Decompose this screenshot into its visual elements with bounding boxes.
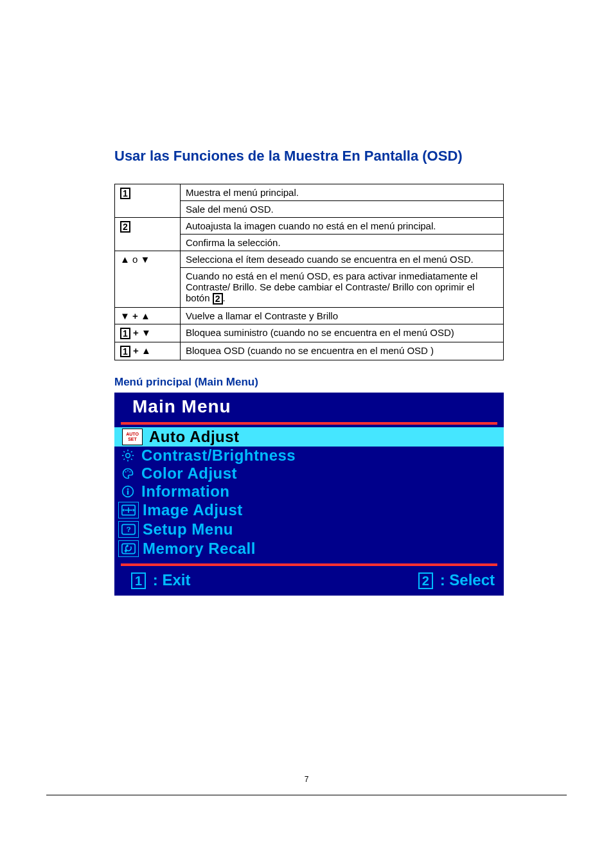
key-1-icon: 1 bbox=[131, 572, 146, 589]
osd-item-color[interactable]: Color Adjust bbox=[114, 465, 504, 483]
page-heading: Usar las Funciones de la Muestra En Pant… bbox=[114, 148, 504, 164]
svg-line-6 bbox=[131, 459, 132, 460]
osd-footer-left: 1 : Exit bbox=[131, 571, 190, 589]
svg-line-8 bbox=[131, 451, 132, 452]
osd-item-label: Image Adjust bbox=[141, 501, 243, 519]
svg-line-5 bbox=[123, 451, 125, 452]
key-cell: 2 bbox=[115, 218, 181, 251]
svg-point-10 bbox=[127, 470, 129, 472]
svg-point-0 bbox=[126, 454, 130, 458]
key-cell: 1 + ▼ bbox=[115, 324, 181, 342]
question-icon: ? bbox=[121, 523, 136, 536]
table-row: ▲ o ▼Selecciona el ítem deseado cuando s… bbox=[115, 251, 504, 268]
key-2-icon: 2 bbox=[213, 293, 223, 305]
osd-item-info[interactable]: Information bbox=[114, 483, 504, 500]
triangle-up-icon: ▲ bbox=[141, 310, 150, 321]
desc-cell: Vuelve a llamar el Contraste y Brillo bbox=[181, 308, 504, 324]
plus-sign: + bbox=[130, 327, 141, 338]
key-1-icon: 1 bbox=[120, 346, 130, 357]
footer-rule bbox=[46, 795, 567, 795]
desc-cell: Cuando no está en el menú OSD, es para a… bbox=[181, 268, 504, 308]
osd-divider-bottom bbox=[121, 563, 497, 566]
svg-rect-14 bbox=[127, 490, 129, 495]
plus-sign: + bbox=[132, 310, 141, 321]
osd-panel: Main Menu AUTOSETAuto AdjustContrast/Bri… bbox=[114, 393, 504, 596]
osd-item-image[interactable]: Image Adjust bbox=[114, 500, 504, 520]
palette-icon bbox=[121, 467, 135, 480]
osd-body: AUTOSETAuto AdjustContrast/BrightnessCol… bbox=[114, 427, 504, 561]
desc-cell: Sale del menú OSD. bbox=[181, 201, 504, 218]
key-cell: 1 + ▲ bbox=[115, 342, 181, 360]
desc-cell: Bloquea suministro (cuando no se encuent… bbox=[181, 324, 504, 342]
table-row: 1 + ▲Bloquea OSD (cuando no se encuentra… bbox=[115, 342, 504, 360]
brightness-icon bbox=[118, 448, 138, 463]
info-icon bbox=[118, 484, 138, 499]
key-2-icon: 2 bbox=[120, 221, 130, 233]
desc-cell: Selecciona el ítem deseado cuando se enc… bbox=[181, 251, 504, 268]
osd-item-brightness[interactable]: Contrast/Brightness bbox=[114, 447, 504, 465]
osd-item-setup[interactable]: ?Setup Menu bbox=[114, 520, 504, 539]
plus-sign: + bbox=[130, 345, 141, 356]
svg-point-13 bbox=[127, 488, 129, 490]
exit-label: : Exit bbox=[153, 571, 191, 589]
svg-point-9 bbox=[125, 472, 127, 473]
triangle-down-icon: ▼ bbox=[120, 310, 130, 321]
osd-divider-top bbox=[121, 422, 497, 425]
key-cell: ▲ o ▼ bbox=[115, 251, 181, 308]
sub-heading: Menú principal (Main Menu) bbox=[114, 376, 504, 389]
osd-item-label: Color Adjust bbox=[140, 465, 237, 483]
info-icon bbox=[121, 485, 135, 498]
desc-cell: Bloquea OSD (cuando no se encuentra en e… bbox=[181, 342, 504, 360]
select-label: : Select bbox=[440, 571, 495, 589]
osd-item-label: Information bbox=[140, 483, 230, 500]
svg-text:?: ? bbox=[126, 525, 130, 534]
setup-icon: ? bbox=[118, 521, 139, 538]
key-2-icon: 2 bbox=[418, 572, 433, 589]
osd-item-label: Memory Recall bbox=[141, 540, 256, 558]
table-row: 1 + ▼Bloquea suministro (cuando no se en… bbox=[115, 324, 504, 342]
osd-item-auto-set[interactable]: AUTOSETAuto Adjust bbox=[114, 427, 504, 447]
desc-cell: Autoajusta la imagen cuando no está en e… bbox=[181, 218, 504, 235]
table-row: 1Muestra el menú principal. bbox=[115, 184, 504, 201]
svg-line-7 bbox=[123, 459, 125, 460]
osd-footer: 1 : Exit 2 : Select bbox=[114, 569, 504, 596]
or-text: o bbox=[132, 254, 138, 265]
osd-item-label: Setup Menu bbox=[141, 520, 233, 538]
osd-item-label: Auto Adjust bbox=[145, 428, 246, 446]
osd-item-recall[interactable]: Memory Recall bbox=[114, 539, 504, 558]
brightness-icon bbox=[121, 449, 135, 462]
triangle-down-icon: ▼ bbox=[141, 327, 151, 338]
osd-item-label: Contrast/Brightness bbox=[140, 447, 296, 465]
functions-table: 1Muestra el menú principal.Sale del menú… bbox=[114, 184, 504, 360]
recall-icon bbox=[118, 540, 139, 557]
key-cell: ▼ + ▲ bbox=[115, 308, 181, 324]
desc-cell: Muestra el menú principal. bbox=[181, 184, 504, 201]
osd-footer-right: 2 : Select bbox=[418, 571, 495, 589]
image-adjust-icon bbox=[121, 504, 136, 517]
triangle-up-icon: ▲ bbox=[120, 254, 130, 265]
key-1-icon: 1 bbox=[120, 188, 130, 199]
recall-icon bbox=[121, 542, 136, 555]
image-icon bbox=[118, 502, 139, 518]
triangle-down-icon: ▼ bbox=[141, 254, 150, 265]
color-icon bbox=[118, 466, 138, 481]
triangle-up-icon: ▲ bbox=[141, 345, 151, 356]
key-cell: 1 bbox=[115, 184, 181, 218]
osd-title: Main Menu bbox=[114, 393, 504, 420]
svg-rect-20 bbox=[122, 544, 135, 553]
table-row: 2Autoajusta la imagen cuando no está en … bbox=[115, 218, 504, 235]
desc-cell: Confirma la selección. bbox=[181, 235, 504, 251]
key-1-icon: 1 bbox=[120, 328, 130, 339]
table-row: ▼ + ▲Vuelve a llamar el Contraste y Bril… bbox=[115, 308, 504, 324]
svg-point-11 bbox=[129, 472, 130, 473]
auto-set-icon: AUTOSET bbox=[122, 429, 143, 445]
page-number: 7 bbox=[0, 775, 613, 784]
